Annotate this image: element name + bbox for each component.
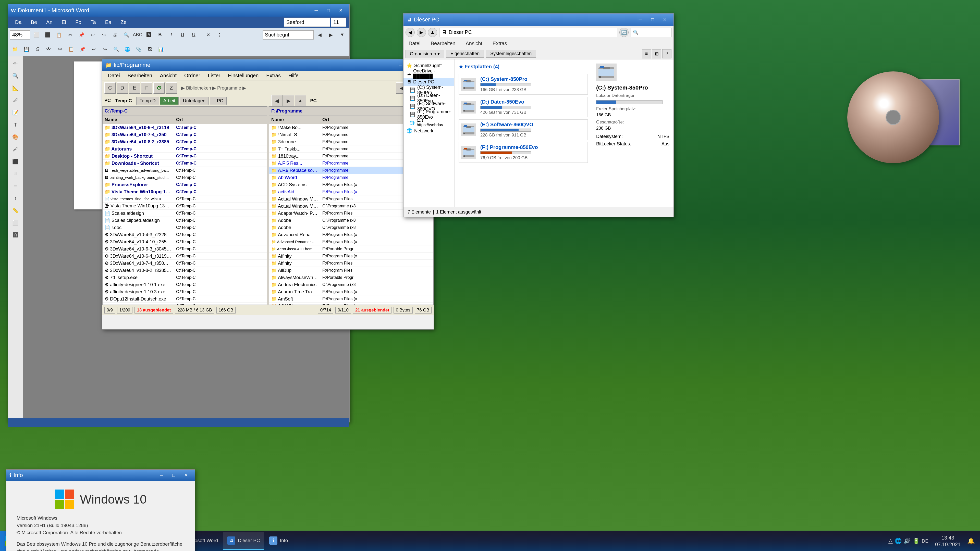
pc-organize-btn[interactable]: Organisieren ▾: [406, 50, 444, 58]
info-maximize-btn[interactable]: □: [168, 471, 180, 479]
word-side-btn-8[interactable]: 🖋: [10, 144, 22, 154]
pc-search-bar[interactable]: 🔍: [631, 28, 671, 37]
list-item[interactable]: 📄 !.docC:\Temp-C: [103, 224, 267, 231]
word-menu-an[interactable]: An: [42, 18, 56, 27]
tc-tab-pc-left[interactable]: ...PC: [210, 97, 227, 105]
word-btn-1[interactable]: ⬜: [32, 30, 41, 40]
pc-maximize-btn[interactable]: □: [647, 16, 658, 24]
word-side-btn-13[interactable]: 📏: [10, 205, 22, 216]
list-item[interactable]: 📁 AeroGlassGUI Theme Patcher...F:\Portab…: [269, 245, 433, 252]
tc-menu-ordner[interactable]: Ordner: [181, 72, 204, 79]
word-close-btn[interactable]: ✕: [335, 6, 346, 14]
word-side-btn-6[interactable]: T: [10, 120, 22, 130]
list-item[interactable]: 📁 Vista Theme Win10upg-13-21C:\Temp-C: [103, 188, 267, 195]
word-side-btn-14[interactable]: ⬜: [10, 218, 22, 228]
word-btn-7[interactable]: ↪: [99, 30, 109, 40]
list-item[interactable]: 📁 Advanced RenamerF:\Program Files (x: [269, 231, 433, 238]
word-menu-fo[interactable]: Fo: [71, 18, 85, 27]
word-btn-2[interactable]: ⬛: [43, 30, 53, 40]
list-item[interactable]: 📁 AOMEIF:\Program Files (x: [269, 303, 433, 305]
word-menu-ze[interactable]: Ze: [116, 18, 130, 27]
word-side-btn-2[interactable]: 🔍: [10, 71, 22, 81]
pc-ribbon-bearbeiten[interactable]: Bearbeiten: [428, 40, 458, 48]
list-item[interactable]: ⚙ DOpu12Install-Deutsch.exeC:\Temp-C: [103, 295, 267, 303]
word-side-btn-12[interactable]: ↕: [10, 193, 22, 203]
tc-menu-ansicht[interactable]: Ansicht: [156, 72, 180, 79]
list-item[interactable]: 📄 Scales.afdesignC:\Temp-C: [103, 210, 267, 217]
list-item[interactable]: ⚙ affinity-designer-1.10.3.exeC:\Temp-C: [103, 288, 267, 295]
tc-tb-1[interactable]: C: [104, 83, 116, 94]
word-side-btn-10[interactable]: ◽: [10, 168, 22, 179]
list-item[interactable]: 📁 AffinityF:\Program Files (x: [269, 252, 433, 260]
list-item[interactable]: 📁 Advanced Renamer PortableF:\Program Fi…: [269, 238, 433, 245]
taskbar-item-4[interactable]: 🖥 Dieser PC: [223, 532, 264, 550]
list-item[interactable]: ⚙ 7tt_setup.exeC:\Temp-C: [103, 274, 267, 281]
word-side-btn-4[interactable]: 🖊: [10, 95, 22, 105]
tc-tb-5[interactable]: G: [153, 83, 165, 94]
pc-drive-c[interactable]: (C:) System-850Pro 166 GB frei von 238 G…: [458, 74, 588, 95]
list-item[interactable]: 📁 AmSoftF:\Program Files (x: [269, 295, 433, 303]
word-font-box[interactable]: Seaford: [284, 17, 330, 27]
word-t2-6[interactable]: 📋: [66, 44, 76, 54]
list-item[interactable]: ⚙ affinity-designer-1.10.1.exeC:\Temp-C: [103, 281, 267, 288]
pc-fwd-btn[interactable]: ▶: [417, 28, 426, 37]
word-btn-9[interactable]: 🔍: [121, 30, 131, 40]
word-side-btn-15[interactable]: 🅰: [10, 230, 22, 240]
list-item[interactable]: 📁 AffinityF:\Program Files: [269, 260, 433, 267]
word-side-btn-1[interactable]: ✏: [10, 59, 22, 68]
word-btn-11[interactable]: 🅰: [144, 30, 154, 40]
list-item[interactable]: ⚙ 3DxWare64_v10-7-4_r350.exeC:\Temp-C: [103, 260, 267, 267]
pc-drive-f[interactable]: (F:) Programme-850Evo 76,0 GB frei von 2…: [458, 142, 588, 163]
list-item[interactable]: 📁 3DxWare64_v10-8-2_r3385C:\Temp-C: [103, 138, 267, 145]
tc-tab-temp-d[interactable]: Temp-D: [136, 97, 159, 105]
word-t2-9[interactable]: ↪: [100, 44, 110, 54]
tc-nav-up2[interactable]: ▲: [295, 95, 306, 106]
info-minimize-btn[interactable]: ─: [156, 471, 167, 479]
tc-nav-back[interactable]: ◀: [271, 95, 283, 106]
word-t2-10[interactable]: 🔍: [111, 44, 121, 54]
word-t2-2[interactable]: 💾: [21, 44, 32, 54]
word-t2-1[interactable]: 📁: [10, 44, 20, 54]
pc-sidebar-onedrive[interactable]: ☁ OneDrive - ██████: [404, 70, 454, 78]
word-btn-8[interactable]: 🖨: [110, 30, 120, 40]
pc-up-btn[interactable]: ▲: [428, 28, 437, 37]
list-item[interactable]: 📄 Scales clipped.afdesignC:\Temp-C: [103, 217, 267, 224]
list-item[interactable]: 📄 vista_themes_final_for_win10...C:\Temp…: [103, 195, 267, 203]
tc-tb-3[interactable]: E: [129, 83, 140, 94]
list-item[interactable]: 📁 Anuran Time TrackerF:\Program Files (x: [269, 288, 433, 295]
info-close-btn[interactable]: ✕: [180, 471, 192, 479]
pc-drive-d[interactable]: (D:) Daten-850Evo 426 GB frei von 731 GB: [458, 97, 588, 118]
pc-view-detail-btn[interactable]: ⊞: [652, 49, 661, 59]
tc-col-name[interactable]: Name: [103, 117, 174, 122]
tc-tab-temp-c[interactable]: Temp-C: [112, 97, 135, 105]
list-item[interactable]: 📁 Downloads - ShortcutC:\Temp-C: [103, 160, 267, 167]
word-t2-5[interactable]: ✂: [55, 44, 65, 54]
pc-sysprops-btn[interactable]: Systemeigeschaften: [486, 50, 536, 58]
tc-tab-pc-right[interactable]: PC: [307, 97, 320, 105]
tray-icon-network[interactable]: 🌐: [895, 538, 902, 545]
word-t2-8[interactable]: ↩: [89, 44, 99, 54]
word-side-btn-11[interactable]: ≡: [10, 181, 22, 191]
list-item[interactable]: 🗜 Vista Theme Win10upg-13-21.7zC:\Temp-C: [103, 203, 267, 210]
pc-view-list-btn[interactable]: ≡: [642, 49, 651, 59]
word-menu-ei[interactable]: Ei: [58, 18, 70, 27]
tc-nav-fwd[interactable]: ▶: [283, 95, 294, 106]
pc-sidebar-z[interactable]: 🌐 (Z:) https://webdav...: [404, 119, 454, 127]
tc-tab-arbeit[interactable]: Arbeit: [160, 97, 179, 105]
tray-icon-lang[interactable]: DE: [921, 538, 928, 544]
list-item[interactable]: 🖼 painting_work_background_studi...C:\Te…: [103, 174, 267, 181]
word-zoom[interactable]: 48%: [10, 30, 30, 40]
word-side-btn-3[interactable]: 📐: [10, 83, 22, 93]
tc-right-col-name[interactable]: Name: [269, 117, 320, 122]
word-btn-bold[interactable]: B: [155, 30, 165, 40]
list-item[interactable]: 📁 AlwaysMouseWheelF:\Portable Progr: [269, 274, 433, 281]
tc-menu-bearbeiten[interactable]: Bearbeiten: [124, 72, 156, 79]
word-side-btn-7[interactable]: 🎨: [10, 132, 22, 142]
word-side-btn-9[interactable]: ⬛: [10, 156, 22, 167]
tc-tb-4[interactable]: F: [141, 83, 152, 94]
list-item[interactable]: 📁 3DxWare64_v10-7-4_r350C:\Temp-C: [103, 131, 267, 138]
tc-menu-datei[interactable]: Datei: [104, 72, 124, 79]
word-nav-right[interactable]: ▶: [326, 30, 336, 40]
list-item[interactable]: 📁 AdobeC:\Programme (x8: [269, 217, 433, 224]
tc-col-ort[interactable]: Ort: [174, 117, 210, 122]
